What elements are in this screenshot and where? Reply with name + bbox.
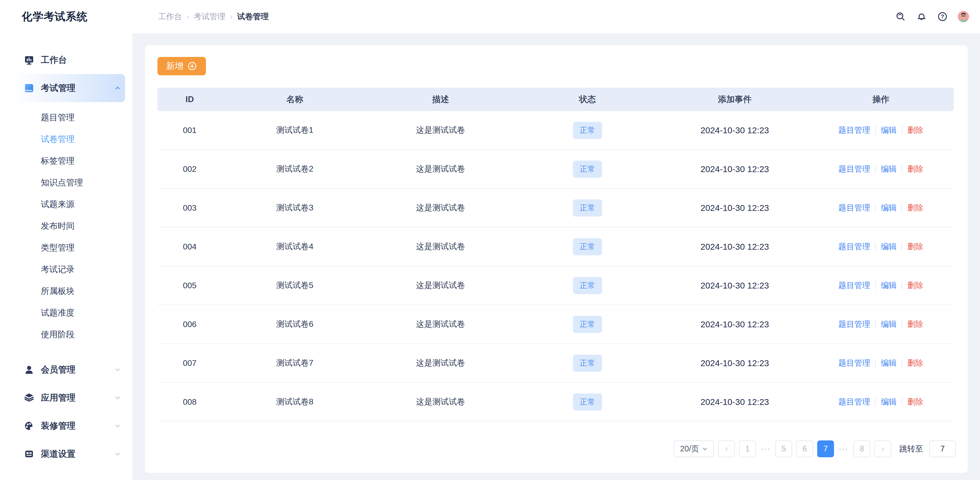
delete-link[interactable]: 删除 <box>907 125 923 136</box>
edit-link[interactable]: 编辑 <box>881 241 897 252</box>
sidebar-subitem[interactable]: 试题来源 <box>0 193 132 215</box>
cell-desc: 这是测试试卷 <box>368 111 514 149</box>
cell-name: 测试试卷6 <box>222 305 368 343</box>
divider <box>875 242 876 251</box>
delete-link[interactable]: 删除 <box>907 164 923 174</box>
status-badge: 正常 <box>573 122 602 139</box>
pagination-page-8[interactable]: 8 <box>853 440 870 457</box>
sidebar-item[interactable]: 装修管理 <box>14 412 125 440</box>
cell-id: 005 <box>158 266 222 305</box>
breadcrumb-current: 试卷管理 <box>237 11 269 22</box>
breadcrumb: 工作台 › 考试管理 › 试卷管理 <box>132 11 269 22</box>
manage-questions-link[interactable]: 题目管理 <box>838 241 870 252</box>
delete-link[interactable]: 删除 <box>907 280 923 291</box>
sidebar-subitem[interactable]: 试卷管理 <box>0 128 132 150</box>
sidebar-subitem[interactable]: 类型管理 <box>0 237 132 258</box>
chevron-right-icon: › <box>230 12 232 21</box>
help-icon[interactable]: ? <box>937 11 948 22</box>
sidebar-subitem[interactable]: 使用阶段 <box>0 324 132 346</box>
sidebar-subitem[interactable]: 题目管理 <box>0 107 132 128</box>
cell-status: 正常 <box>514 383 662 421</box>
edit-link[interactable]: 编辑 <box>881 397 897 407</box>
pagination-page-5[interactable]: 5 <box>775 440 792 457</box>
channel-icon <box>24 448 35 459</box>
edit-link[interactable]: 编辑 <box>881 319 897 330</box>
delete-link[interactable]: 删除 <box>907 203 923 213</box>
divider <box>875 359 876 367</box>
search-icon[interactable] <box>895 11 907 22</box>
pagination-page-1[interactable]: 1 <box>739 440 756 457</box>
sidebar-subitem[interactable]: 考试记录 <box>0 258 132 280</box>
edit-link[interactable]: 编辑 <box>881 164 897 174</box>
column-header-time: 添加事件 <box>662 88 808 111</box>
cell-desc: 这是测试试卷 <box>368 344 514 382</box>
divider <box>875 126 876 134</box>
divider <box>902 204 902 212</box>
manage-questions-link[interactable]: 题目管理 <box>838 125 870 136</box>
table-row: 001 测试试卷1 这是测试试卷 正常 2024-10-30 12:23 题目管… <box>158 111 954 150</box>
jump-page-input[interactable] <box>929 440 956 457</box>
delete-link[interactable]: 删除 <box>907 241 923 252</box>
table-row: 006 测试试卷6 这是测试试卷 正常 2024-10-30 12:23 题目管… <box>158 305 954 344</box>
manage-questions-link[interactable]: 题目管理 <box>838 358 870 368</box>
status-badge: 正常 <box>573 277 602 294</box>
divider <box>902 281 902 290</box>
pagination-page-7[interactable]: 7 <box>817 440 834 457</box>
chevron-down-icon <box>113 450 122 458</box>
cell-name: 测试试卷2 <box>222 150 368 188</box>
edit-link[interactable]: 编辑 <box>881 203 897 213</box>
breadcrumb-exam-management[interactable]: 考试管理 <box>194 11 225 22</box>
manage-questions-link[interactable]: 题目管理 <box>838 203 870 213</box>
cell-desc: 这是测试试卷 <box>368 150 514 188</box>
sidebar-item-label: 会员管理 <box>41 364 76 376</box>
divider <box>902 242 902 251</box>
sidebar-item[interactable]: 渠道设置 <box>14 440 125 468</box>
cell-time: 2024-10-30 12:23 <box>662 150 808 188</box>
sidebar-subitem[interactable]: 所属板块 <box>0 280 132 302</box>
delete-link[interactable]: 删除 <box>907 319 923 330</box>
breadcrumb-workbench[interactable]: 工作台 <box>158 11 182 22</box>
manage-questions-link[interactable]: 题目管理 <box>838 164 870 174</box>
cell-id: 002 <box>158 150 222 188</box>
manage-questions-link[interactable]: 题目管理 <box>838 397 870 407</box>
divider <box>875 204 876 212</box>
manage-questions-link[interactable]: 题目管理 <box>838 280 870 291</box>
pagination-page-6[interactable]: 6 <box>796 440 813 457</box>
papers-table: ID 名称 描述 状态 添加事件 操作 001 测试试卷1 这是测试试卷 正常 … <box>158 88 954 421</box>
cell-name: 测试试卷4 <box>222 228 368 266</box>
cell-status: 正常 <box>514 344 662 382</box>
palette-icon <box>24 420 35 432</box>
sidebar-subitem[interactable]: 试题准度 <box>0 302 132 324</box>
pagination-next[interactable]: › <box>874 440 891 457</box>
divider <box>902 397 902 406</box>
edit-link[interactable]: 编辑 <box>881 125 897 136</box>
delete-link[interactable]: 删除 <box>907 397 923 407</box>
avatar[interactable] <box>958 11 969 22</box>
sidebar-item[interactable]: 考试管理 <box>14 74 125 102</box>
sidebar-item[interactable]: 工作台 <box>14 46 125 74</box>
sidebar-subitem[interactable]: 标签管理 <box>0 150 132 172</box>
sidebar-item[interactable]: 会员管理 <box>14 356 125 384</box>
edit-link[interactable]: 编辑 <box>881 358 897 368</box>
cell-status: 正常 <box>514 189 662 227</box>
bell-icon[interactable] <box>916 11 928 22</box>
book-icon <box>24 83 35 94</box>
sidebar-item[interactable]: 应用管理 <box>14 384 125 412</box>
cell-actions: 题目管理 编辑 删除 <box>808 344 954 382</box>
cell-id: 001 <box>158 111 222 149</box>
cell-name: 测试试卷8 <box>222 383 368 421</box>
cell-desc: 这是测试试卷 <box>368 266 514 305</box>
sidebar-item[interactable]: 营销管理 <box>14 473 125 480</box>
delete-link[interactable]: 删除 <box>907 358 923 368</box>
manage-questions-link[interactable]: 题目管理 <box>838 319 870 330</box>
cell-actions: 题目管理 编辑 删除 <box>808 111 954 149</box>
add-button[interactable]: 新增 <box>158 57 206 75</box>
sidebar-item-label: 装修管理 <box>41 420 76 432</box>
page-size-select[interactable]: 20/页 <box>674 440 714 457</box>
table-header: ID 名称 描述 状态 添加事件 操作 <box>158 88 954 111</box>
pagination-prev[interactable]: ‹ <box>718 440 735 457</box>
sidebar-subitem[interactable]: 发布时间 <box>0 215 132 237</box>
content-card: 新增 ID 名称 描述 状态 添加事件 操作 001 测试试卷1 这是测试试卷 … <box>145 45 968 473</box>
edit-link[interactable]: 编辑 <box>881 280 897 291</box>
sidebar-subitem[interactable]: 知识点管理 <box>0 172 132 193</box>
